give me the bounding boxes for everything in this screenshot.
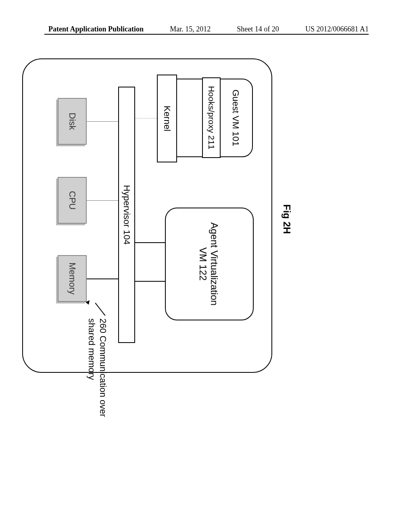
connector-kernel-hypervisor xyxy=(135,118,157,118)
agent-vm-label-1: Agent Virtualization xyxy=(209,208,220,320)
figure-title: Fig 2H xyxy=(281,204,292,234)
annotation-line1: 260 Communication over xyxy=(98,318,109,417)
guest-vm-label: Guest VM 101 xyxy=(230,79,241,156)
hypervisor-box: Hypervisor 104 xyxy=(118,87,135,343)
figure-2h: Fig 2H Guest VM 101 Hooks/proxy 211 Kern… xyxy=(0,10,313,425)
disk-box: Disk xyxy=(58,98,87,145)
connector-agent-hypervisor-1 xyxy=(135,242,165,243)
kernel-box: Kernel xyxy=(157,75,177,162)
annotation-line2: shared memory xyxy=(86,318,98,417)
agent-vm-label-2: VM 122 xyxy=(197,208,209,320)
connector-hypervisor-memory xyxy=(87,278,118,279)
connector-hypervisor-cpu xyxy=(87,200,118,201)
figure-2h-wrap: Fig 2H Guest VM 101 Hooks/proxy 211 Kern… xyxy=(0,60,363,375)
memory-box: Memory xyxy=(58,255,87,302)
cpu-box: CPU xyxy=(58,177,87,224)
pub-number: US 2012/0066681 A1 xyxy=(305,25,369,33)
connector-agent-hypervisor-2 xyxy=(135,281,165,282)
hooks-proxy-box: Hooks/proxy 211 xyxy=(202,77,221,158)
connector-hypervisor-disk xyxy=(87,121,118,122)
agent-vm-box: Agent Virtualization VM 122 xyxy=(165,208,254,320)
annotation-260: 260 Communication over shared memory xyxy=(86,318,108,417)
